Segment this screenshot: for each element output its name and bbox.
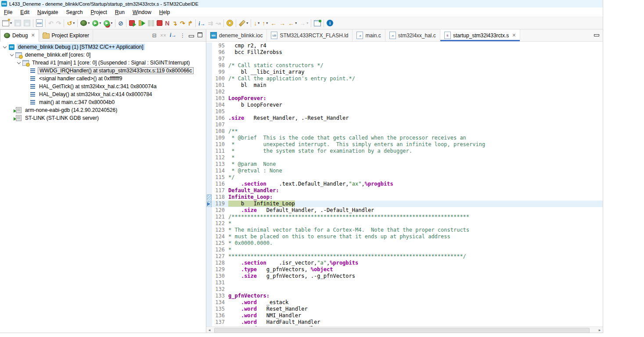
chevron-down-icon[interactable] [16,60,22,65]
tree-row[interactable]: main() at main.c:347 0x80004b0 [0,98,206,106]
code-line[interactable]: 122* [206,220,603,227]
code-line[interactable]: 109 * @brief This is the code that gets … [206,135,603,141]
menu-edit[interactable]: Edit [16,8,33,16]
code-line[interactable]: 104 b LoopForever [206,102,603,108]
dropdown-arrow-icon[interactable]: ▾ [258,21,259,25]
terminate-relaunch-button[interactable] [128,18,137,28]
tree-row[interactable]: deneme_blinkk.elf [cores: 0] [0,51,206,59]
editor-tab-stm32l433rctx-flash-ld[interactable]: LDSTM32L433RCTX_FLASH.ld [267,29,353,41]
collapse-all-icon[interactable]: ⊟ [152,32,157,39]
scrollbar-track[interactable] [212,327,597,333]
code-line[interactable]: 105 [206,108,603,115]
horizontal-scrollbar[interactable]: ◂ ▸ [206,326,603,333]
pin-editor-button[interactable] [313,18,322,28]
code-area[interactable]: 95 cmp r2, r496 bcc FillZerobss9798/* Ca… [206,42,603,326]
build-button[interactable] [225,18,234,28]
code-line[interactable]: 134 .word _estack [206,299,603,306]
editor-tab-stm32l4xx-hal-c[interactable]: .cstm32l4xx_hal.c [385,29,440,41]
step-return-button[interactable]: ↱ [187,18,194,28]
dropdown-arrow-icon[interactable]: ▾ [306,21,308,25]
code-line[interactable]: 137 .word HardFault_Handler [206,319,603,326]
scroll-left-arrow-icon[interactable]: ◂ [206,327,212,333]
code-tools-button[interactable]: ▾ [237,18,249,28]
debug-button[interactable]: ▾ [79,18,91,28]
code-line[interactable]: 130 .size g_pfnVectors, .-g_pfnVectors [206,273,603,280]
code-line[interactable]: 113 * @param None [206,161,603,168]
step-into-button[interactable]: ↴ [171,18,179,28]
maximize-icon[interactable] [198,32,202,39]
code-line[interactable]: 115*/ [206,174,603,181]
menu-project[interactable]: Project [86,8,111,16]
code-line[interactable]: 118Infinite_Loop: [206,194,603,201]
menu-search[interactable]: Search [62,8,86,16]
close-icon[interactable]: ✕ [512,32,516,38]
code-line[interactable]: 129 .type g_pfnVectors, %object [206,266,603,273]
code-line[interactable]: 99 bl __libc_init_array [206,69,603,75]
menu-run[interactable]: Run [111,8,129,16]
chevron-down-icon[interactable] [9,52,14,57]
new-wizard-button[interactable]: ▾ [1,18,13,28]
reset-restart-button[interactable]: ↺▾ [65,18,76,28]
code-line[interactable]: 133g_pfnVectors: [206,293,603,299]
code-line[interactable]: 126* [206,247,603,253]
editor-minimize-icon[interactable] [594,29,603,41]
chevron-down-icon[interactable] [2,44,7,50]
menu-window[interactable]: Window [129,8,155,16]
tree-row[interactable]: IDEdeneme_blinkk Debug (1) [STM32 C/C++ … [0,43,206,51]
last-edit-location-button[interactable]: ↓▾ [252,18,261,28]
tree-row[interactable]: arm-none-eabi-gdb (14.2.90.20240526) [0,106,206,114]
info-button[interactable]: i [325,18,335,28]
code-line[interactable]: 123* The minimal vector table for a Cort… [206,227,603,233]
code-line[interactable]: 108/** [206,128,603,135]
code-line[interactable]: 111 * the system state for examination b… [206,148,603,154]
tree-row[interactable]: <signal handler called>() at 0xfffffff9 [0,75,206,82]
forward-annotation-button[interactable]: → [278,18,287,28]
back-button[interactable]: ←▾ [287,18,298,28]
menu-navigate[interactable]: Navigate [33,8,62,16]
code-line[interactable]: 114 * @retval : None [206,168,603,174]
code-line[interactable]: 98/* Call static constructors */ [206,62,603,69]
code-line[interactable]: 96 bcc FillZerobss [206,49,603,56]
view-tab-project-explorer[interactable]: Project Explorer [39,30,93,41]
external-tools-button[interactable]: ▶▾ [102,18,114,28]
tree-row[interactable]: Thread #1 [main] 1 [core: 0] (Suspended … [0,59,206,67]
step-over-button[interactable]: ↷ [179,18,187,28]
code-line[interactable]: 103LoopForever: [206,95,603,102]
code-line[interactable]: 136 .word NMI_Handler [206,312,603,319]
view-menu-icon[interactable]: ⋮ [180,32,185,39]
disconnect-button[interactable]: N [164,18,171,28]
code-line[interactable]: 120 .size Default_Handler, .-Default_Han… [206,207,603,214]
previous-edit-location-button[interactable]: ↑▾ [261,18,269,28]
minimize-icon[interactable] [189,32,194,39]
menu-file[interactable]: File [0,8,16,16]
scroll-right-arrow-icon[interactable]: ▸ [597,327,603,333]
dropdown-arrow-icon[interactable]: ▾ [88,21,90,25]
code-line[interactable]: 124* must be placed on this to ensure th… [206,233,603,240]
back-annotation-button[interactable]: ← [269,18,278,28]
code-line[interactable]: 131 [206,280,603,286]
code-line[interactable]: 106.size Reset_Handler, .-Reset_Handler [206,115,603,122]
view-tab-debug[interactable]: Debug✕ [0,29,39,42]
remove-all-terminated-icon[interactable]: ×× [160,32,166,39]
code-line[interactable]: 135 .word Reset_Handler [206,306,603,312]
code-line[interactable]: 127*************************************… [206,253,603,260]
code-line[interactable]: 112 * [206,154,603,161]
code-line[interactable]: 138 .word MemManage_Handler [206,326,603,326]
code-line[interactable]: 100/* Call the application's entry point… [206,75,603,82]
dropdown-arrow-icon[interactable]: ▾ [295,21,297,25]
dropdown-arrow-icon[interactable]: ▾ [246,21,248,25]
dropdown-arrow-icon[interactable]: ▾ [266,21,268,25]
run-button[interactable]: ▶▾ [91,18,102,28]
dropdown-arrow-icon[interactable]: ▾ [111,21,112,25]
resume-button[interactable] [137,18,147,28]
terminate-button[interactable] [155,18,164,28]
code-line[interactable]: 117Default_Handler: [206,187,603,194]
instruction-stepping-button[interactable]: i→ [197,18,206,28]
dropdown-arrow-icon[interactable]: ▾ [99,21,101,25]
close-icon[interactable]: ✕ [31,32,35,38]
scrollbar-thumb[interactable] [214,328,590,333]
skip-breakpoints-button[interactable]: ⊘ [117,18,125,28]
editor-tab-deneme-blinkk-ioc[interactable]: MXdeneme_blinkk.ioc [206,29,267,41]
code-line[interactable]: 121/************************************… [206,214,603,220]
code-line[interactable]: 107 [206,122,603,128]
